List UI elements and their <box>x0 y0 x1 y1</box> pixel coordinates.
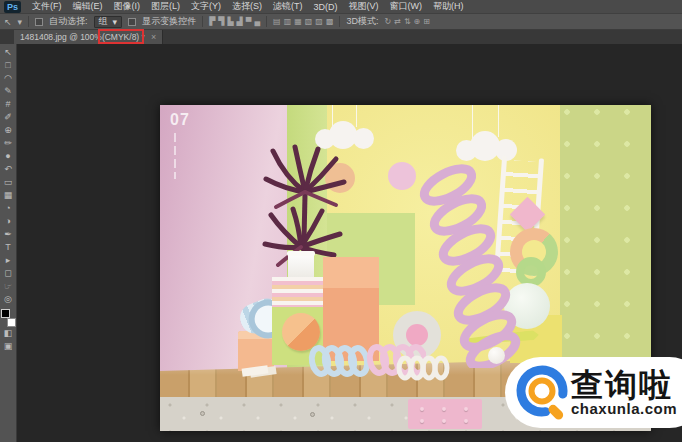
show-transform-label: 显示变换控件 <box>142 15 196 28</box>
brush-tool[interactable]: ✏ <box>1 137 16 150</box>
shape-icon: ◻ <box>4 267 11 280</box>
crop-tool[interactable]: # <box>1 98 16 111</box>
auto-select-dropdown[interactable]: 组 ▾ <box>94 16 123 28</box>
separator <box>266 16 267 27</box>
mode-3d-icon-group: ↻ ⇄ ⇅ ⊕ ⊞ <box>384 17 430 27</box>
separator <box>202 16 203 27</box>
blur-icon: ◔ <box>5 202 10 215</box>
screen-mode-icon: ▣ <box>4 340 13 353</box>
healing-brush-icon: ⊕ <box>4 124 12 137</box>
pen-tool[interactable]: ✒ <box>1 228 16 241</box>
move-tool-preset-icon[interactable]: ↖ <box>4 17 12 27</box>
menu-filter[interactable]: 滤镜(T) <box>273 0 303 13</box>
menu-help[interactable]: 帮助(H) <box>433 0 464 13</box>
auto-select-label: 自动选择: <box>49 15 88 28</box>
background-color-swatch[interactable] <box>7 318 16 327</box>
drag-3d-icon[interactable]: ⇅ <box>404 17 411 27</box>
gradient-icon: ▦ <box>4 189 13 202</box>
chevron-down-icon: ▾ <box>113 17 118 27</box>
menu-view[interactable]: 视图(V) <box>349 0 379 13</box>
eyedropper-icon: ✐ <box>4 111 12 124</box>
eraser-icon: ▭ <box>4 176 13 189</box>
menu-layer[interactable]: 图层(L) <box>151 0 180 13</box>
align-top-icon[interactable]: ▟ <box>237 17 243 27</box>
distribute-icon-group: ▤ ▥ ▦ ▧ ▨ ▩ <box>273 17 333 27</box>
tool-options-bar: ↖ ▾ 自动选择: 组 ▾ 显示变换控件 ▛ ▜ ▙ ▟ ▀ ▄ ▤ ▥ ▦ ▧… <box>0 14 682 30</box>
align-left-icon[interactable]: ▛ <box>209 17 215 27</box>
clone-stamp-icon: ● <box>5 150 10 163</box>
path-selection-tool[interactable]: ▸ <box>1 254 16 267</box>
shape-tool[interactable]: ◻ <box>1 267 16 280</box>
type-icon: T <box>5 241 11 254</box>
quick-mask-button[interactable]: ◧ <box>1 327 16 340</box>
close-icon[interactable]: × <box>151 32 156 42</box>
align-center-icon[interactable]: ▜ <box>218 17 224 27</box>
history-brush-icon: ↶ <box>4 163 12 176</box>
menu-image[interactable]: 图像(I) <box>114 0 141 13</box>
align-bottom-icon[interactable]: ▄ <box>254 17 260 27</box>
history-brush-tool[interactable]: ↶ <box>1 163 16 176</box>
image-number-label: 07 <box>170 111 190 129</box>
photoshop-window: Ps 文件(F) 编辑(E) 图像(I) 图层(L) 文字(Y) 选择(S) 滤… <box>0 0 682 442</box>
quick-mask-icon: ◧ <box>4 327 13 340</box>
menu-3d[interactable]: 3D(D) <box>314 2 338 12</box>
separator <box>28 16 29 27</box>
foreground-color-swatch[interactable] <box>1 309 10 318</box>
menu-window[interactable]: 窗口(W) <box>390 0 423 13</box>
distribute-bottom-icon[interactable]: ▦ <box>294 17 302 27</box>
quick-selection-tool[interactable]: ✎ <box>1 85 16 98</box>
align-middle-icon[interactable]: ▀ <box>246 17 252 27</box>
zoom-tool[interactable]: ◎ <box>1 293 16 306</box>
slide-3d-icon[interactable]: ⊕ <box>414 17 421 27</box>
zoom-icon: ◎ <box>4 293 12 306</box>
image-pink-front-panel <box>408 399 482 429</box>
scale-3d-icon[interactable]: ⊞ <box>423 17 430 27</box>
blur-tool[interactable]: ◔ <box>1 202 16 215</box>
align-right-icon[interactable]: ▙ <box>227 17 233 27</box>
ps-logo: Ps <box>4 1 21 13</box>
watermark: 查询啦 chaxunla.com <box>505 357 682 428</box>
type-tool[interactable]: T <box>1 241 16 254</box>
eraser-tool[interactable]: ▭ <box>1 176 16 189</box>
menu-select[interactable]: 选择(S) <box>232 0 262 13</box>
dodge-icon: ◑ <box>5 215 10 228</box>
gradient-tool[interactable]: ▦ <box>1 189 16 202</box>
rotate-3d-icon[interactable]: ↻ <box>384 17 391 27</box>
menu-bar: Ps 文件(F) 编辑(E) 图像(I) 图层(L) 文字(Y) 选择(S) 滤… <box>0 0 682 14</box>
show-transform-checkbox[interactable] <box>128 18 136 26</box>
marquee-tool[interactable]: □ <box>1 59 16 72</box>
move-icon: ↖ <box>4 46 12 59</box>
image-white-spring <box>396 355 454 381</box>
hand-tool[interactable]: ☞ <box>1 280 16 293</box>
menu-type[interactable]: 文字(Y) <box>191 0 221 13</box>
menu-file[interactable]: 文件(F) <box>32 0 62 13</box>
watermark-domain-text: chaxunla.com <box>571 400 677 417</box>
path-selection-icon: ▸ <box>6 254 11 267</box>
auto-select-value: 组 <box>99 15 108 28</box>
image-screw <box>200 411 205 416</box>
tools-panel: ↖ □ ◠ ✎ # ✐ ⊕ ✏ ● ↶ ▭ ▦ ◔ ◑ ✒ T ▸ ◻ ☞ ◎ … <box>0 44 17 442</box>
eyedropper-tool[interactable]: ✐ <box>1 111 16 124</box>
dodge-tool[interactable]: ◑ <box>1 215 16 228</box>
auto-select-checkbox[interactable] <box>35 18 43 26</box>
hand-icon: ☞ <box>4 280 12 293</box>
distribute-middle-icon[interactable]: ▥ <box>284 17 292 27</box>
move-tool[interactable]: ↖ <box>1 46 16 59</box>
tool-preset-caret-icon[interactable]: ▾ <box>18 17 23 27</box>
distribute-left-icon[interactable]: ▧ <box>305 17 313 27</box>
lasso-tool[interactable]: ◠ <box>1 72 16 85</box>
screen-mode-button[interactable]: ▣ <box>1 340 16 353</box>
distribute-top-icon[interactable]: ▤ <box>273 17 281 27</box>
quick-selection-icon: ✎ <box>4 85 12 98</box>
roll-3d-icon[interactable]: ⇄ <box>394 17 401 27</box>
separator <box>339 16 340 27</box>
color-swatches[interactable] <box>1 309 16 327</box>
distribute-right-icon[interactable]: ▩ <box>326 17 334 27</box>
healing-brush-tool[interactable]: ⊕ <box>1 124 16 137</box>
crop-icon: # <box>5 98 10 111</box>
clone-stamp-tool[interactable]: ● <box>1 150 16 163</box>
magnifier-logo-icon <box>513 363 573 423</box>
menu-edit[interactable]: 编辑(E) <box>73 0 103 13</box>
align-icon-group: ▛ ▜ ▙ ▟ ▀ ▄ <box>209 17 260 27</box>
distribute-center-icon[interactable]: ▨ <box>315 17 323 27</box>
